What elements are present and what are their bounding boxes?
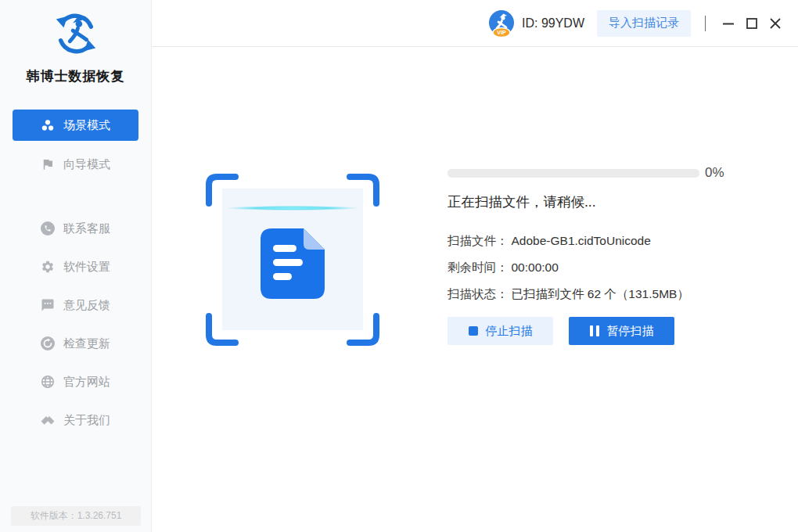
phone-icon xyxy=(41,221,55,235)
main-area: VIP ID: 99YDW 导入扫描记录 xyxy=(152,0,798,532)
stop-scan-button[interactable]: 停止扫描 xyxy=(448,317,553,345)
sidebar-item-label: 软件设置 xyxy=(63,260,110,275)
scan-line xyxy=(203,205,383,211)
stop-scan-label: 停止扫描 xyxy=(486,324,533,339)
avatar-vip-icon[interactable]: VIP xyxy=(487,9,516,38)
maximize-button[interactable] xyxy=(742,13,762,34)
user-id: ID: 99YDW xyxy=(522,16,584,31)
scan-time-label: 剩余时间： xyxy=(448,260,509,276)
scan-detail-file: 扫描文件： Adobe-GB1.cidToUnicode xyxy=(448,228,689,254)
sidebar-item-scene-mode[interactable]: 场景模式 xyxy=(13,110,138,141)
sidebar-item-official-website[interactable]: 官方网站 xyxy=(13,366,138,397)
scan-file-label: 扫描文件： xyxy=(448,233,509,250)
scan-detail-time: 剩余时间： 00:00:00 xyxy=(448,254,689,281)
scan-progress: 0% xyxy=(448,165,724,181)
feedback-icon xyxy=(41,298,55,312)
sidebar-item-label: 检查更新 xyxy=(63,336,110,351)
document-icon xyxy=(261,228,325,299)
app-logo xyxy=(52,9,100,58)
nav-secondary: 联系客服 软件设置 意 xyxy=(0,213,151,443)
scan-viewfinder xyxy=(206,174,379,346)
scan-status-title: 正在扫描文件，请稍候... xyxy=(448,192,596,211)
scan-file-value: Adobe-GB1.cidToUnicode xyxy=(512,234,651,248)
import-scan-records-button[interactable]: 导入扫描记录 xyxy=(597,10,691,37)
stop-icon xyxy=(469,326,478,336)
globe-icon xyxy=(41,375,55,389)
sidebar-item-feedback[interactable]: 意见反馈 xyxy=(13,289,138,321)
sidebar: 韩博士数据恢复 场景模式 向导模式 xyxy=(0,0,152,532)
sidebar-item-settings[interactable]: 软件设置 xyxy=(13,251,138,282)
titlebar: VIP ID: 99YDW 导入扫描记录 xyxy=(152,0,798,47)
minimize-button[interactable] xyxy=(718,13,739,34)
pause-icon xyxy=(590,325,599,336)
scan-progress-label: 0% xyxy=(705,165,724,181)
sidebar-item-label: 意见反馈 xyxy=(63,298,110,313)
scene-mode-icon xyxy=(41,118,55,132)
wizard-flag-icon xyxy=(41,157,55,171)
sidebar-item-wizard-mode[interactable]: 向导模式 xyxy=(13,149,138,180)
sidebar-item-check-update[interactable]: 检查更新 xyxy=(13,328,138,359)
sidebar-item-contact-support[interactable]: 联系客服 xyxy=(13,213,138,244)
scan-state-label: 扫描状态： xyxy=(448,286,509,303)
scan-detail-state: 扫描状态： 已扫描到文件 62 个（131.5MB） xyxy=(448,281,689,307)
sidebar-item-label: 官方网站 xyxy=(63,375,110,390)
scan-actions: 停止扫描 暂停扫描 xyxy=(448,317,674,345)
scan-state-value: 已扫描到文件 62 个（131.5MB） xyxy=(512,286,689,303)
maximize-icon xyxy=(745,16,759,31)
gear-icon xyxy=(41,260,55,274)
sidebar-item-label: 向导模式 xyxy=(63,157,110,172)
sidebar-item-about-us[interactable]: 关于我们 xyxy=(13,404,138,436)
update-icon xyxy=(41,336,55,350)
version-badge: 软件版本：1.3.26.751 xyxy=(11,506,141,526)
scan-progress-bar xyxy=(448,169,699,178)
close-button[interactable] xyxy=(765,13,785,34)
pause-scan-label: 暂停扫描 xyxy=(607,324,654,339)
sidebar-item-label: 场景模式 xyxy=(63,118,110,133)
titlebar-separator xyxy=(705,16,706,31)
close-icon xyxy=(768,16,782,31)
svg-text:VIP: VIP xyxy=(497,30,506,35)
app-title: 韩博士数据恢复 xyxy=(27,67,125,85)
scan-time-value: 00:00:00 xyxy=(512,261,559,275)
sidebar-item-label: 关于我们 xyxy=(63,413,110,428)
scan-page: 0% 正在扫描文件，请稍候... 扫描文件： Adobe-GB1.cidToUn… xyxy=(152,47,798,532)
handshake-icon xyxy=(41,413,55,427)
pause-scan-button[interactable]: 暂停扫描 xyxy=(569,317,674,345)
nav-primary: 场景模式 向导模式 xyxy=(0,110,151,188)
scan-details: 扫描文件： Adobe-GB1.cidToUnicode 剩余时间： 00:00… xyxy=(448,228,689,307)
app-window: 韩博士数据恢复 场景模式 向导模式 xyxy=(0,0,798,532)
sidebar-item-label: 联系客服 xyxy=(63,221,110,236)
minimize-icon xyxy=(721,16,735,31)
